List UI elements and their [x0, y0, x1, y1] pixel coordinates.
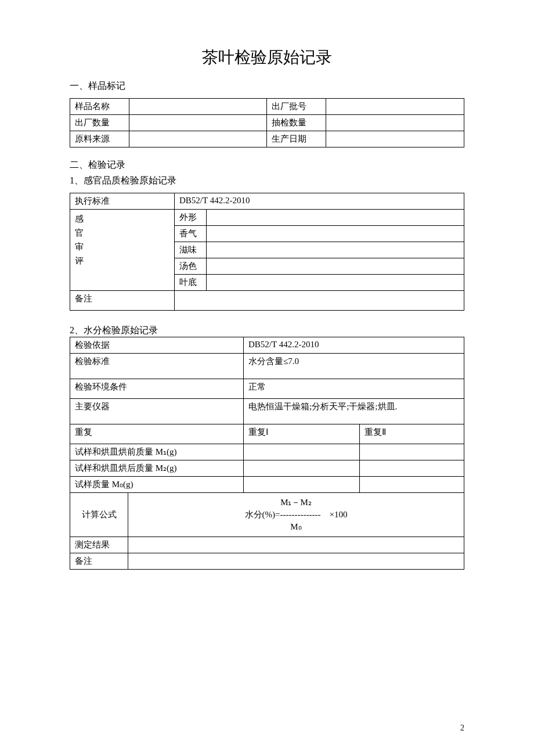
table-row: 样品名称 出厂批号 — [70, 99, 464, 115]
value-sample-name — [129, 99, 267, 115]
label-aroma: 香气 — [175, 226, 207, 242]
table-row: 备注 — [70, 553, 464, 570]
value-env: 正常 — [244, 379, 464, 399]
label-leaf: 叶底 — [175, 275, 207, 291]
table-row: 计算公式 M₁－M₂ 水分(%)=-------------- ×100 M₀ — [70, 493, 464, 537]
value-m0-r2 — [360, 477, 464, 493]
table-row: 感 官 审 评 外形 — [70, 210, 464, 226]
section1-heading: 一、样品标记 — [70, 80, 464, 92]
table-row: 出厂数量 抽检数量 — [70, 115, 464, 131]
table-row: 执行标准 DB52/T 442.2-2010 — [70, 193, 464, 210]
value-exec-std: DB52/T 442.2-2010 — [175, 193, 464, 210]
label-repeat2: 重复Ⅱ — [360, 424, 464, 444]
document-title: 茶叶检验原始记录 — [70, 46, 464, 69]
label-m1: 试样和烘皿烘前质量 M₁(g) — [70, 444, 244, 460]
label-m0: 试样质量 M₀(g) — [70, 477, 244, 493]
sample-mark-table: 样品名称 出厂批号 出厂数量 抽检数量 原料来源 生产日期 — [70, 98, 464, 147]
value-remark2 — [128, 553, 464, 570]
formula-cell: M₁－M₂ 水分(%)=-------------- ×100 M₀ — [128, 493, 464, 537]
table-row: 原料来源 生产日期 — [70, 131, 464, 147]
formula-bot: M₀ — [133, 521, 459, 533]
value-result — [128, 537, 464, 553]
label-out-qty: 出厂数量 — [70, 115, 129, 131]
table-row: 检验标准 水分含量≤7.0 — [70, 354, 464, 379]
label-taste: 滋味 — [175, 242, 207, 258]
value-aroma — [207, 226, 464, 242]
label-basis: 检验依据 — [70, 337, 244, 354]
value-shape — [207, 210, 464, 226]
value-color — [207, 258, 464, 275]
value-m0-r1 — [244, 477, 360, 493]
value-prod-date — [326, 131, 464, 147]
label-std2: 检验标准 — [70, 354, 244, 379]
page-number: 2 — [460, 723, 464, 733]
value-leaf — [207, 275, 464, 291]
sensory-table: 执行标准 DB52/T 442.2-2010 感 官 审 评 外形 香气 滋味 … — [70, 193, 464, 311]
label-exec-std: 执行标准 — [70, 193, 175, 210]
value-check-qty — [326, 115, 464, 131]
section2-heading: 二、检验记录 — [70, 159, 464, 171]
table-row: 检验依据 DB52/T 442.2-2010 — [70, 337, 464, 354]
label-shape: 外形 — [175, 210, 207, 226]
label-formula: 计算公式 — [70, 493, 128, 537]
table-row: 重复 重复Ⅰ 重复Ⅱ — [70, 424, 464, 444]
label-sample-name: 样品名称 — [70, 99, 129, 115]
part1-heading: 1、感官品质检验原始记录 — [70, 175, 464, 187]
value-out-qty — [129, 115, 267, 131]
label-m2: 试样和烘皿烘后质量 M₂(g) — [70, 460, 244, 477]
value-m1-r1 — [244, 444, 360, 460]
table-row: 试样质量 M₀(g) — [70, 477, 464, 493]
value-instr: 电热恒温干燥箱;分析天平;干燥器;烘皿. — [244, 399, 464, 424]
table-row: 测定结果 — [70, 537, 464, 553]
table-row: 试样和烘皿烘后质量 M₂(g) — [70, 460, 464, 477]
formula-top: M₁－M₂ — [133, 496, 459, 509]
label-sensory: 感 官 审 评 — [70, 210, 175, 291]
label-repeat: 重复 — [70, 424, 244, 444]
formula-mid: 水分(%)=-------------- ×100 — [133, 509, 459, 521]
label-source: 原料来源 — [70, 131, 129, 147]
value-taste — [207, 242, 464, 258]
label-remark2: 备注 — [70, 553, 128, 570]
value-source — [129, 131, 267, 147]
value-remark1 — [175, 291, 464, 311]
label-env: 检验环境条件 — [70, 379, 244, 399]
label-repeat1: 重复Ⅰ — [244, 424, 360, 444]
value-m2-r2 — [360, 460, 464, 477]
table-row: 主要仪器 电热恒温干燥箱;分析天平;干燥器;烘皿. — [70, 399, 464, 424]
label-color: 汤色 — [175, 258, 207, 275]
value-basis: DB52/T 442.2-2010 — [244, 337, 464, 354]
moisture-table: 检验依据 DB52/T 442.2-2010 检验标准 水分含量≤7.0 检验环… — [70, 337, 464, 570]
value-batch-no — [326, 99, 464, 115]
value-m1-r2 — [360, 444, 464, 460]
table-row: 备注 — [70, 291, 464, 311]
label-check-qty: 抽检数量 — [267, 115, 326, 131]
table-row: 试样和烘皿烘前质量 M₁(g) — [70, 444, 464, 460]
label-instr: 主要仪器 — [70, 399, 244, 424]
table-row: 检验环境条件 正常 — [70, 379, 464, 399]
part2-heading: 2、水分检验原始记录 — [70, 325, 464, 337]
label-remark1: 备注 — [70, 291, 175, 311]
label-batch-no: 出厂批号 — [267, 99, 326, 115]
value-m2-r1 — [244, 460, 360, 477]
value-std2: 水分含量≤7.0 — [244, 354, 464, 379]
label-result: 测定结果 — [70, 537, 128, 553]
label-prod-date: 生产日期 — [267, 131, 326, 147]
